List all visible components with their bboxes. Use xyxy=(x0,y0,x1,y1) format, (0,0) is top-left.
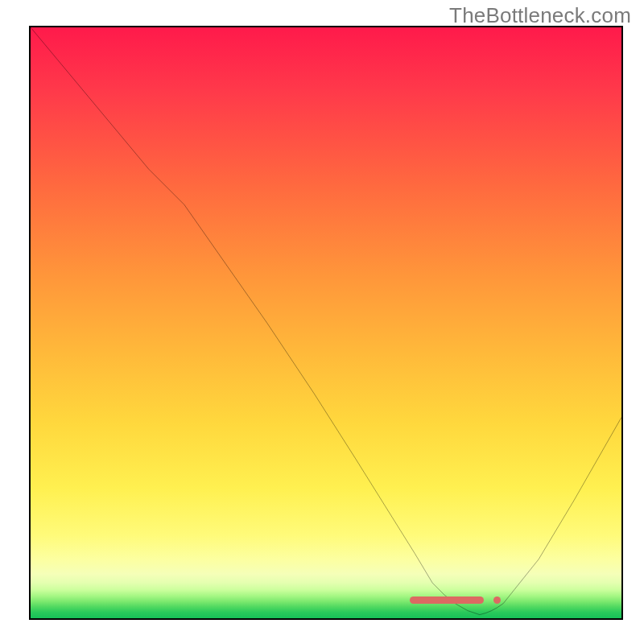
plot-area xyxy=(31,27,621,618)
chart-container: TheBottleneck.com xyxy=(0,0,644,644)
bottleneck-curve xyxy=(31,27,621,618)
optimal-range-dot xyxy=(493,597,501,604)
watermark-text: TheBottleneck.com xyxy=(449,3,631,28)
optimal-range-band xyxy=(410,597,484,604)
